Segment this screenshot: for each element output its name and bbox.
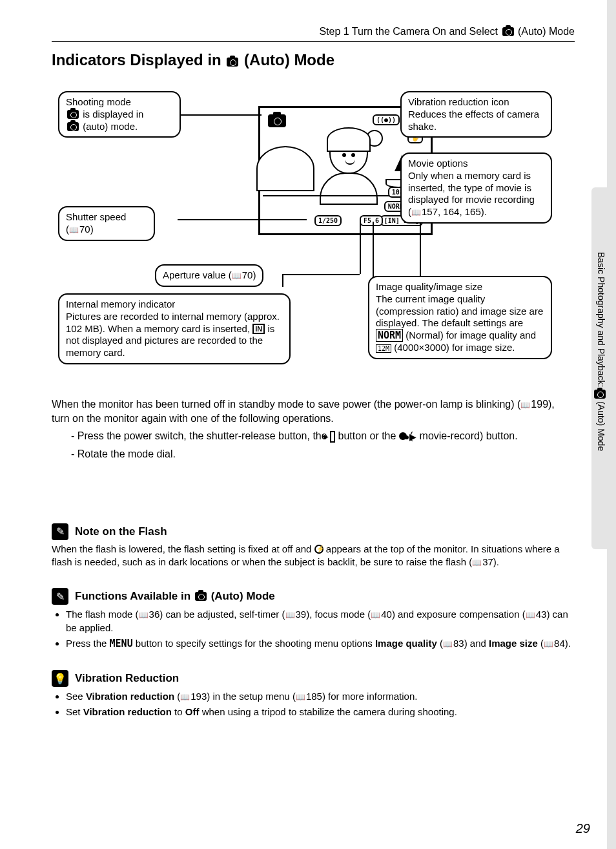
- side-section-label: Basic Photography and Playback: (Auto) M…: [593, 252, 607, 451]
- pencil-icon: ✎: [52, 523, 68, 540]
- camera-icon: [227, 58, 238, 67]
- bold-text: Vibration reduction: [83, 706, 172, 717]
- camera-icon: [67, 122, 79, 131]
- breadcrumb-text: Step 1 Turn the Camera On and Select: [319, 26, 498, 37]
- page-ref: 83) and: [453, 638, 486, 649]
- note-flash-body: When the flash is lowered, the flash set…: [52, 543, 575, 569]
- title-pre: Indicators Displayed in: [52, 51, 221, 68]
- callout-shutter-speed: Shutter speed (70): [58, 206, 155, 241]
- menu-label: MENU: [110, 638, 133, 649]
- note-functions-list: The flash mode (36) can be adjusted, sel…: [52, 607, 575, 651]
- page-number: 29: [576, 821, 590, 836]
- page-ref: 157, 164, 165).: [422, 206, 487, 217]
- text: to: [174, 706, 183, 717]
- bold-text: Vibration reduction: [86, 691, 174, 702]
- page-ref: 84).: [554, 638, 571, 649]
- standby-paragraph: When the monitor has been turned off in …: [52, 397, 575, 425]
- book-icon: [472, 556, 482, 567]
- book-icon: [520, 399, 531, 410]
- text: Press the power switch, the shutter-rele…: [77, 430, 327, 441]
- note-vr-list: See Vibration reduction (193) in the set…: [52, 689, 575, 718]
- callout-image-quality: Image quality/image size The current ima…: [368, 276, 552, 359]
- in-icon: IN: [252, 324, 265, 334]
- list-item: Set Vibration reduction to Off when usin…: [66, 705, 575, 718]
- text: See: [66, 691, 83, 702]
- page-ref: 39), focus mode (: [296, 609, 371, 620]
- bulb-icon: 💡: [52, 670, 68, 687]
- callout-line: Pictures are recorded to internal memory…: [66, 311, 280, 334]
- book-icon: [232, 269, 242, 280]
- book-icon: [180, 691, 190, 702]
- book-icon: [411, 206, 422, 217]
- callout-line: The current image quality (compression r…: [376, 293, 543, 329]
- note-functions-heading: ✎ Functions Available in (Auto) Mode: [52, 588, 575, 605]
- book-icon: [139, 609, 149, 620]
- note-title: Vibration Reduction: [75, 672, 179, 685]
- norm-badge: NORM: [376, 329, 403, 342]
- book-icon: [443, 638, 453, 649]
- aperture-chip: F5.6: [360, 215, 383, 226]
- breadcrumb: Step 1 Turn the Camera On and Select (Au…: [52, 26, 575, 42]
- flash-off-icon: [314, 545, 323, 554]
- page-ref: 70): [79, 224, 94, 235]
- camera-icon: [67, 110, 79, 119]
- breadcrumb-tail: (Auto) Mode: [518, 26, 575, 37]
- bold-text: Image size: [489, 638, 538, 649]
- callout-internal-memory: Internal memory indicator Pictures are r…: [58, 293, 291, 364]
- callout-shooting-mode: Shooting mode is displayed in (auto) mod…: [58, 91, 181, 138]
- side-text-tail: (Auto) Mode: [596, 401, 606, 451]
- bold-text: Image quality: [375, 638, 437, 649]
- text: When the flash is lowered, the flash set…: [52, 543, 311, 554]
- book-icon: [69, 224, 79, 235]
- page-ref: 36) can be adjusted, self-timer (: [149, 609, 285, 620]
- callout-line: Reduces the effects of camera shake.: [408, 109, 539, 132]
- callout-line: Shooting mode: [66, 96, 131, 107]
- page-ref: 193) in the setup menu (: [190, 691, 296, 702]
- indicator-diagram: ((●)) ▭ ✋ 1080/30 NORM 12M [IN] 32 ] 1/2…: [52, 83, 575, 393]
- text: movie-record) button.: [420, 430, 518, 441]
- book-icon: [371, 609, 381, 620]
- text: Functions Available in: [75, 590, 190, 602]
- callout-line: Image quality/image size: [376, 281, 482, 292]
- book-icon: [526, 609, 536, 620]
- standby-bullet-2: - Rotate the mode dial.: [71, 447, 575, 461]
- page-title: Indicators Displayed in (Auto) Mode: [52, 51, 575, 69]
- callout-vibration-reduction: Vibration reduction icon Reduces the eff…: [400, 91, 552, 138]
- callout-line: Internal memory indicator: [66, 299, 175, 309]
- callout-line: (4000×3000) for image size.: [394, 342, 515, 353]
- title-post: (Auto) Mode: [244, 51, 334, 68]
- text: The flash mode (: [66, 609, 139, 620]
- note-title: Functions Available in (Auto) Mode: [75, 590, 275, 603]
- book-icon: [285, 609, 296, 620]
- callout-aperture: Aperture value (70): [155, 264, 263, 287]
- callout-movie-options: Movie options Only when a memory card is…: [400, 152, 552, 224]
- movie-record-icon: ●▶: [413, 431, 416, 443]
- list-item: Press the MENU button to specify setting…: [66, 636, 575, 651]
- camera-icon: [195, 592, 207, 601]
- vr-indicator-icon: ((●)): [373, 114, 400, 125]
- note-title: Note on the Flash: [75, 525, 167, 538]
- list-item: See Vibration reduction (193) in the set…: [66, 689, 575, 703]
- shutter-chip: 1/250: [314, 215, 342, 226]
- text: When the monitor has been turned off in …: [52, 399, 520, 410]
- note-vr-heading: 💡 Vibration Reduction: [52, 670, 575, 687]
- page-ref: 185) for more information.: [306, 691, 418, 702]
- side-text: Basic Photography and Playback:: [596, 252, 606, 387]
- text: button to specify settings for the shoot…: [136, 638, 373, 649]
- mode-camera-icon: [268, 114, 286, 127]
- standby-bullet-1: - Press the power switch, the shutter-re…: [71, 429, 575, 443]
- callout-line: is displayed in: [83, 109, 143, 120]
- callout-line: Movie options: [408, 158, 468, 169]
- text: Press the: [66, 638, 107, 649]
- callout-line: Aperture value (: [163, 269, 232, 280]
- pencil-icon: ✎: [52, 588, 68, 605]
- text: button or the: [338, 430, 396, 441]
- callout-line: Vibration reduction icon: [408, 96, 509, 107]
- size-badge: 12M: [376, 344, 391, 353]
- playback-icon: ▶: [330, 431, 335, 443]
- text: Rotate the mode dial.: [77, 448, 176, 459]
- camera-icon: [594, 390, 606, 399]
- book-icon: [544, 638, 554, 649]
- camera-icon: [502, 27, 514, 36]
- text: Set: [66, 706, 81, 717]
